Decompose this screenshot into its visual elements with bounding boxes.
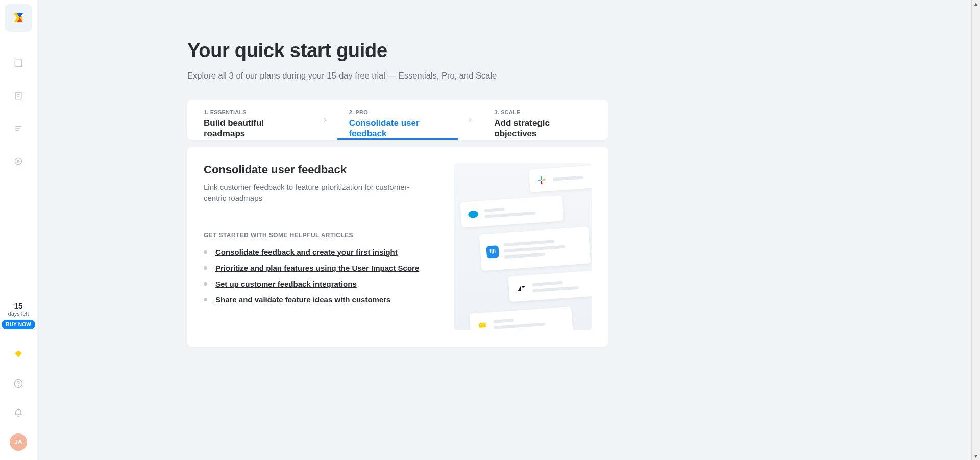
- svg-marker-11: [15, 350, 22, 357]
- illustration: [454, 163, 592, 330]
- slack-card-icon: [529, 165, 592, 192]
- svg-point-10: [15, 158, 21, 164]
- svg-rect-3: [15, 60, 21, 66]
- article-list: Consolidate feedback and create your fir…: [204, 248, 444, 304]
- buy-now-button[interactable]: BUY NOW: [2, 320, 35, 329]
- detail-description: Link customer feedback to feature priori…: [204, 182, 418, 204]
- bullet-icon: [204, 298, 207, 301]
- sidebar: 15 days left BUY NOW JA: [0, 0, 37, 460]
- bullet-icon: [204, 250, 207, 254]
- trial-days: 15: [14, 302, 23, 310]
- scroll-up-arrow-icon[interactable]: ▲: [973, 0, 978, 8]
- tab-pro[interactable]: 2. PRO Consolidate user feedback: [333, 100, 463, 140]
- page-subtitle: Explore all 3 of our plans during your 1…: [187, 71, 608, 81]
- nav-compass-icon[interactable]: [8, 151, 29, 171]
- chevron-right-icon: [317, 100, 333, 140]
- mail-card-icon: [469, 306, 573, 330]
- vertical-scrollbar[interactable]: ▲ ▼: [971, 0, 980, 460]
- plan-tabs: 1. ESSENTIALS Build beautiful roadmaps 2…: [187, 100, 608, 140]
- svg-rect-20: [492, 249, 493, 254]
- tab-title: Add strategic objectives: [494, 118, 592, 139]
- bullet-icon: [204, 282, 207, 286]
- user-avatar[interactable]: JA: [10, 433, 27, 451]
- svg-point-18: [468, 211, 479, 218]
- detail-title: Consolidate user feedback: [204, 163, 444, 176]
- trial-days-left-label: days left: [8, 311, 29, 317]
- tab-scale[interactable]: 3. SCALE Add strategic objectives: [478, 100, 608, 140]
- article-item: Consolidate feedback and create your fir…: [204, 248, 444, 257]
- articles-heading: GET STARTED WITH SOME HELPFUL ARTICLES: [204, 232, 444, 239]
- productboard-logo-icon: [11, 10, 26, 25]
- article-link[interactable]: Consolidate feedback and create your fir…: [215, 248, 398, 257]
- nav-roadmaps-icon[interactable]: [8, 53, 29, 73]
- article-item: Share and validate feature ideas with cu…: [204, 295, 444, 304]
- svg-rect-19: [490, 249, 491, 253]
- page-title: Your quick start guide: [187, 40, 608, 62]
- nav-list-icon[interactable]: [8, 118, 29, 139]
- scroll-down-arrow-icon[interactable]: ▼: [973, 452, 978, 460]
- tab-title: Build beautiful roadmaps: [204, 118, 301, 139]
- salesforce-card-icon: [460, 195, 564, 228]
- article-item: Set up customer feedback integrations: [204, 279, 444, 288]
- article-link[interactable]: Prioritize and plan features using the U…: [215, 264, 419, 272]
- svg-point-13: [18, 386, 18, 386]
- main-content: Your quick start guide Explore all 3 of …: [37, 0, 971, 460]
- notifications-icon[interactable]: [8, 402, 29, 422]
- trial-status: 15 days left BUY NOW: [2, 302, 35, 329]
- app-logo[interactable]: [5, 4, 32, 32]
- svg-rect-14: [538, 180, 542, 181]
- article-link[interactable]: Set up customer feedback integrations: [215, 279, 357, 288]
- zendesk-card-icon: [508, 270, 592, 302]
- upgrade-diamond-icon[interactable]: [8, 344, 29, 364]
- article-link[interactable]: Share and validate feature ideas with cu…: [215, 295, 390, 304]
- svg-rect-16: [542, 179, 546, 181]
- bullet-icon: [204, 266, 207, 270]
- tab-essentials[interactable]: 1. ESSENTIALS Build beautiful roadmaps: [187, 100, 317, 140]
- chevron-right-icon: [462, 100, 478, 140]
- svg-rect-17: [541, 181, 543, 184]
- svg-rect-15: [541, 176, 542, 180]
- help-icon[interactable]: [8, 373, 29, 394]
- tab-title: Consolidate user feedback: [349, 118, 447, 139]
- nav-notes-icon[interactable]: [8, 86, 29, 106]
- svg-rect-22: [495, 249, 496, 253]
- svg-rect-21: [493, 249, 494, 253]
- detail-card: Consolidate user feedback Link customer …: [187, 147, 608, 347]
- tab-kicker: 2. PRO: [349, 109, 447, 115]
- tab-kicker: 1. ESSENTIALS: [204, 109, 301, 115]
- svg-marker-23: [517, 286, 521, 291]
- intercom-card-icon: [479, 227, 591, 271]
- tab-kicker: 3. SCALE: [494, 109, 592, 115]
- svg-rect-4: [15, 92, 21, 99]
- article-item: Prioritize and plan features using the U…: [204, 264, 444, 272]
